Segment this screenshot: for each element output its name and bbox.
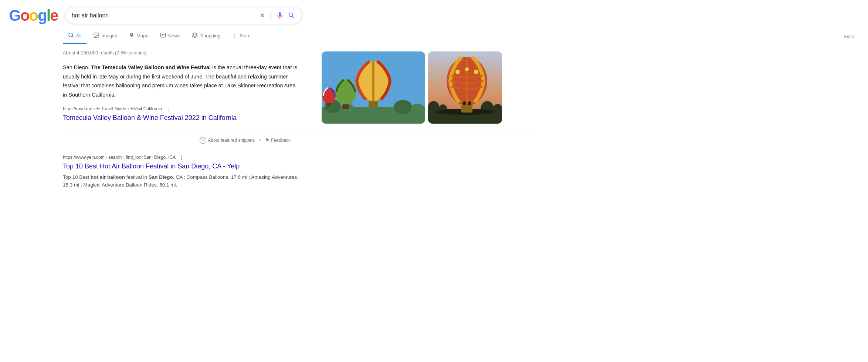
svg-rect-4 (161, 33, 166, 37)
logo-letter-g: G (9, 7, 20, 24)
google-logo[interactable]: Google (9, 7, 58, 24)
balloon-image-1[interactable] (322, 51, 425, 124)
more-tab-icon: ⋮ (232, 33, 237, 39)
results-area: About 4,150,000 results (0.56 seconds) S… (0, 44, 518, 205)
maps-tab-icon (129, 32, 134, 39)
yelp-description: Top 10 Best hot air balloon festival in … (63, 173, 299, 189)
search-bar: hot air balloon ✕ (65, 7, 302, 24)
feedback-button[interactable]: ⚑ Feedback (265, 137, 291, 143)
tab-all-label: All (76, 33, 81, 38)
featured-snippet: San Diego. The Temecula Valley Balloon a… (63, 63, 299, 122)
tab-more[interactable]: ⋮ More (227, 29, 256, 44)
question-icon: ? (200, 137, 206, 144)
search-submit-button[interactable] (288, 11, 296, 20)
logo-letter-l: l (47, 7, 50, 24)
tab-more-label: More (240, 33, 251, 38)
yelp-desc-bold-2: San Diego (149, 174, 173, 180)
balloon-image-2[interactable] (428, 51, 502, 124)
svg-point-24 (428, 101, 440, 116)
tab-news[interactable]: News (155, 29, 186, 44)
snippet-text: San Diego. The Temecula Valley Balloon a… (63, 63, 299, 100)
yelp-desc-1: Top 10 Best (63, 174, 91, 180)
svg-point-30 (455, 70, 460, 74)
tab-all[interactable]: All (63, 29, 87, 44)
svg-point-11 (394, 100, 412, 114)
svg-point-31 (474, 70, 478, 74)
snippet-link[interactable]: Temecula Valley Balloon & Wine Festival … (63, 114, 299, 122)
about-snippets-link[interactable]: ? About featured snippets (200, 137, 255, 144)
results-images (299, 50, 518, 200)
result-item-yelp: https://www.yelp.com › search › find_loc… (63, 154, 299, 189)
clear-icon[interactable]: ✕ (260, 11, 265, 20)
tab-images-label: Images (101, 33, 117, 38)
yelp-options-icon[interactable]: ⋮ (179, 154, 184, 161)
tools-button[interactable]: Tools (838, 30, 859, 43)
snippet-url-text: https://rove.me › ✈ Travel Guide › ✈Visi… (63, 106, 162, 111)
dot-separator: • (259, 138, 261, 143)
tab-maps[interactable]: Maps (124, 29, 153, 44)
results-count: About 4,150,000 results (0.56 seconds) (63, 50, 299, 56)
images-tab-icon (93, 32, 99, 39)
snippets-footer: ? About featured snippets • ⚑ Feedback (63, 137, 299, 144)
logo-letter-o2: o (29, 7, 38, 24)
feedback-flag-icon: ⚑ (265, 137, 269, 143)
svg-point-37 (468, 101, 471, 105)
all-tab-icon (68, 32, 74, 39)
snippet-url: https://rove.me › ✈ Travel Guide › ✈Visi… (63, 105, 299, 113)
voice-search-button[interactable] (276, 11, 284, 20)
snippet-bold-title: The Temecula Valley Balloon and Wine Fes… (91, 64, 211, 70)
search-divider (270, 11, 271, 20)
yelp-link[interactable]: Top 10 Best Hot Air Balloon Festival in … (63, 162, 299, 170)
tab-shopping-label: Shopping (200, 33, 220, 38)
feedback-text: Feedback (271, 138, 291, 143)
about-snippets-text: About featured snippets (208, 138, 255, 143)
logo-letter-e: e (50, 7, 58, 24)
logo-letter-o1: o (20, 7, 29, 24)
tab-images[interactable]: Images (88, 29, 122, 44)
shopping-tab-icon (192, 32, 198, 39)
svg-point-32 (465, 67, 469, 71)
search-input[interactable]: hot air balloon (72, 12, 256, 19)
news-tab-icon (160, 33, 166, 39)
yelp-url-text: https://www.yelp.com › search › find_loc… (63, 155, 176, 160)
tab-shopping[interactable]: Shopping (187, 29, 226, 44)
svg-line-1 (72, 36, 73, 37)
svg-rect-33 (461, 104, 472, 113)
yelp-url: https://www.yelp.com › search › find_loc… (63, 154, 299, 161)
nav-tabs: All Images Maps News (0, 24, 868, 44)
snippet-text-1: San Diego. (63, 64, 91, 70)
snippet-options-icon[interactable]: ⋮ (165, 105, 171, 113)
header: Google hot air balloon ✕ (0, 0, 868, 24)
results-main: About 4,150,000 results (0.56 seconds) S… (63, 50, 299, 200)
yelp-desc-bold-1: hot air balloon (91, 174, 125, 180)
svg-rect-14 (369, 101, 378, 107)
svg-rect-18 (342, 104, 349, 109)
yelp-desc-2: festival in (125, 174, 149, 180)
svg-point-3 (95, 34, 96, 35)
svg-point-26 (481, 101, 494, 117)
logo-letter-g2: g (38, 7, 47, 24)
svg-rect-20 (327, 103, 331, 106)
tab-maps-label: Maps (136, 33, 148, 38)
search-bar-wrapper: hot air balloon ✕ (65, 7, 302, 24)
tab-news-label: News (168, 33, 180, 38)
svg-point-36 (462, 101, 466, 105)
svg-point-12 (411, 104, 424, 114)
